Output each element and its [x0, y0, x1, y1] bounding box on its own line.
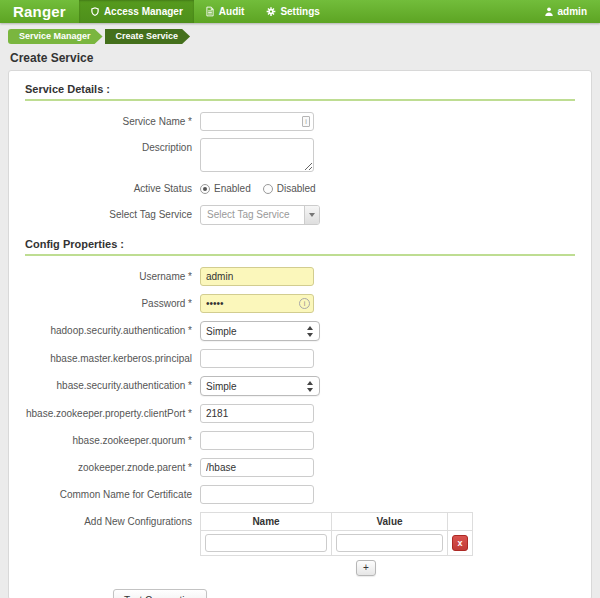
- disabled-radio[interactable]: Disabled: [263, 179, 316, 198]
- active-status-row: Active Status Enabled Disabled: [25, 179, 575, 198]
- hbase-zookeeper-clientport-label: hbase.zookeeper.property.clientPort *: [25, 404, 200, 423]
- description-row: Description: [25, 138, 575, 172]
- hadoop-security-authentication-row: hadoop.security.authentication * Simple: [25, 321, 575, 341]
- add-new-configurations-row: Add New Configurations Name Value x +: [25, 512, 575, 576]
- hbase-master-kerberos-principal-label: hbase.master.kerberos.principal: [25, 349, 200, 368]
- ranger-logo[interactable]: Ranger: [0, 0, 79, 23]
- config-name-input[interactable]: [205, 534, 327, 552]
- radio-checked-icon: [200, 184, 210, 194]
- common-name-certificate-label: Common Name for Certificate: [25, 485, 200, 504]
- dropdown-arrow-box[interactable]: [304, 206, 319, 224]
- zookeeper-znode-parent-input[interactable]: [200, 458, 314, 477]
- new-configurations-table: Name Value x: [200, 512, 473, 556]
- top-navbar: Ranger Access Manager Audit Settings: [0, 0, 600, 23]
- description-textarea[interactable]: [200, 138, 314, 172]
- common-name-certificate-input[interactable]: [200, 485, 314, 504]
- password-row: Password * i: [25, 294, 575, 313]
- hadoop-security-authentication-label: hadoop.security.authentication *: [25, 321, 200, 340]
- breadcrumb-item-service-manager[interactable]: Service Manager: [8, 29, 103, 44]
- user-menu[interactable]: admin: [531, 0, 600, 23]
- hbase-security-authentication-select[interactable]: Simple: [200, 376, 320, 396]
- nav-item-label: Access Manager: [104, 6, 183, 17]
- nav-item-audit[interactable]: Audit: [194, 0, 256, 23]
- active-status-label: Active Status: [25, 179, 200, 198]
- hbase-security-authentication-row: hbase.security.authentication * Simple: [25, 376, 575, 396]
- enabled-radio-label: Enabled: [214, 179, 251, 198]
- add-config-row-button[interactable]: +: [356, 560, 376, 576]
- service-name-input[interactable]: [200, 112, 314, 131]
- test-connection-button[interactable]: Test Connection: [113, 589, 207, 598]
- zookeeper-znode-parent-row: zookeeper.znode.parent *: [25, 458, 575, 477]
- breadcrumb: Service Manager Create Service: [8, 29, 592, 44]
- gear-icon: [266, 6, 276, 17]
- hbase-zookeeper-quorum-input[interactable]: [200, 431, 314, 450]
- name-column-header: Name: [201, 513, 332, 531]
- page-title: Create Service: [10, 51, 590, 65]
- config-properties-heading: Config Properties :: [25, 238, 575, 256]
- select-updown-icon: [306, 326, 314, 337]
- file-icon: [205, 6, 215, 17]
- hbase-zookeeper-clientport-input[interactable]: [200, 404, 314, 423]
- password-label: Password *: [25, 294, 200, 313]
- hbase-zookeeper-quorum-label: hbase.zookeeper.quorum *: [25, 431, 200, 450]
- select-updown-icon: [306, 381, 314, 392]
- hbase-zookeeper-clientport-row: hbase.zookeeper.property.clientPort *: [25, 404, 575, 423]
- action-column-header: [448, 513, 473, 531]
- selected-value: Simple: [206, 326, 237, 337]
- nav-item-label: Audit: [219, 6, 245, 17]
- description-label: Description: [25, 138, 200, 157]
- username-row: Username *: [25, 267, 575, 286]
- hbase-master-kerberos-principal-row: hbase.master.kerberos.principal: [25, 349, 575, 368]
- config-value-input[interactable]: [336, 534, 443, 552]
- select-tag-service-placeholder: Select Tag Service: [201, 206, 304, 224]
- select-tag-service-row: Select Tag Service Select Tag Service: [25, 205, 575, 225]
- select-tag-service-dropdown[interactable]: Select Tag Service: [200, 205, 320, 225]
- service-name-label: Service Name *: [25, 112, 200, 131]
- delete-config-button[interactable]: x: [452, 535, 468, 551]
- caret-down-icon: [309, 213, 315, 217]
- user-icon: [544, 6, 554, 17]
- breadcrumb-item-create-service[interactable]: Create Service: [105, 29, 191, 44]
- username-label: Username *: [25, 267, 200, 286]
- info-icon: i: [302, 116, 310, 127]
- password-input[interactable]: [200, 294, 314, 313]
- hadoop-security-authentication-select[interactable]: Simple: [200, 321, 320, 341]
- username-input[interactable]: [200, 267, 314, 286]
- radio-unchecked-icon: [263, 184, 273, 194]
- value-column-header: Value: [332, 513, 448, 531]
- select-tag-service-label: Select Tag Service: [25, 205, 200, 224]
- selected-value: Simple: [206, 381, 237, 392]
- table-row: x: [201, 531, 473, 556]
- service-details-heading: Service Details :: [25, 83, 575, 101]
- shield-icon: [90, 6, 100, 17]
- username-label: admin: [558, 6, 587, 17]
- nav-item-label: Settings: [280, 6, 319, 17]
- nav-item-settings[interactable]: Settings: [255, 0, 330, 23]
- service-name-row: Service Name * i: [25, 112, 575, 131]
- create-service-form-panel: Service Details : Service Name * i Descr…: [8, 70, 592, 598]
- hbase-zookeeper-quorum-row: hbase.zookeeper.quorum *: [25, 431, 575, 450]
- nav-item-access-manager[interactable]: Access Manager: [79, 0, 194, 23]
- zookeeper-znode-parent-label: zookeeper.znode.parent *: [25, 458, 200, 477]
- enabled-radio[interactable]: Enabled: [200, 179, 251, 198]
- hbase-master-kerberos-principal-input[interactable]: [200, 349, 314, 368]
- hbase-security-authentication-label: hbase.security.authentication *: [25, 376, 200, 395]
- common-name-certificate-row: Common Name for Certificate: [25, 485, 575, 504]
- password-info-icon: i: [299, 298, 310, 309]
- add-new-configurations-label: Add New Configurations: [25, 512, 200, 531]
- disabled-radio-label: Disabled: [277, 179, 316, 198]
